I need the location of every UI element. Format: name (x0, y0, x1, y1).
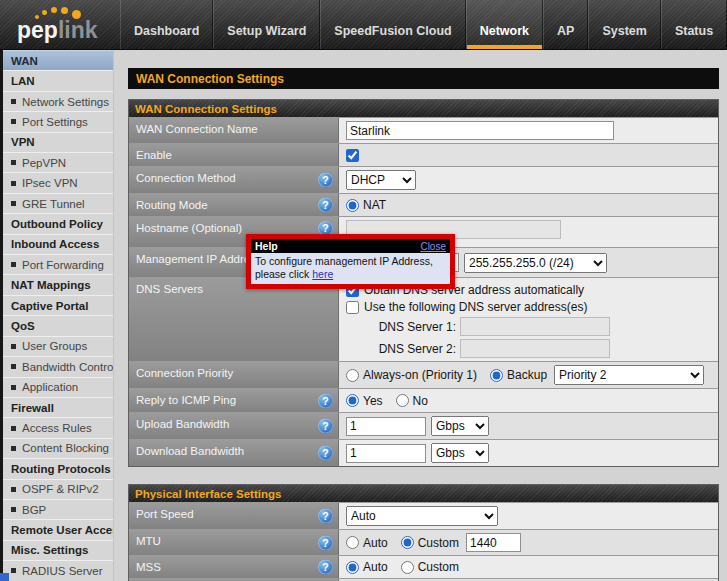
bullet-icon (11, 568, 16, 573)
sidebar-item-user-groups[interactable]: User Groups (3, 336, 113, 356)
priority-select[interactable]: Priority 2 (554, 365, 704, 385)
help-popup-text-line1: To configure management IP Address, (255, 255, 433, 267)
sidebar-item-label: Application (22, 381, 78, 393)
help-icon[interactable]: ? (318, 446, 333, 461)
sidebar-item-label: BGP (22, 504, 46, 516)
sidebar-item-label: PepVPN (22, 157, 66, 169)
subnet-mask-select[interactable]: 255.255.255.0 (/24) (464, 253, 607, 273)
nat-radio-label: NAT (363, 198, 386, 212)
sidebar-item-wan[interactable]: WAN (3, 50, 113, 70)
sidebar-item-port-forwarding[interactable]: Port Forwarding (3, 254, 113, 274)
dns-manual-checkbox[interactable] (346, 301, 359, 314)
sidebar-item-remote-user-access[interactable]: Remote User Access (3, 519, 113, 539)
connection-method-select[interactable]: DHCP (346, 170, 416, 190)
bullet-icon (11, 99, 16, 104)
upload-unit-select[interactable]: Gbps (431, 416, 489, 436)
help-icon[interactable]: ? (318, 535, 333, 550)
sidebar-item-vpn[interactable]: VPN (3, 132, 113, 152)
enable-checkbox[interactable] (346, 149, 359, 162)
sidebar-item-application[interactable]: Application (3, 377, 113, 397)
sidebar-item-qos[interactable]: QoS (3, 315, 113, 335)
enable-label: Enable (129, 144, 339, 166)
sidebar-item-content-blocking[interactable]: Content Blocking (3, 438, 113, 458)
help-icon[interactable]: ? (318, 393, 333, 408)
port-speed-select[interactable]: Auto (346, 506, 498, 526)
sidebar-item-nat-mappings[interactable]: NAT Mappings (3, 274, 113, 294)
label-text: Routing Mode (136, 199, 208, 211)
sidebar-item-lan[interactable]: LAN (3, 70, 113, 90)
download-unit-select[interactable]: Gbps (431, 443, 489, 463)
tab-setup-wizard[interactable]: Setup Wizard (213, 0, 320, 49)
sidebar-item-gre-tunnel[interactable]: GRE Tunnel (3, 193, 113, 213)
sidebar-item-ospf-ripv2[interactable]: OSPF & RIPv2 (3, 479, 113, 499)
nat-radio[interactable] (346, 199, 359, 212)
help-icon[interactable]: ? (318, 419, 333, 434)
backup-radio[interactable] (490, 369, 503, 382)
label-text: DNS Servers (136, 283, 203, 295)
dns-server-2-input[interactable] (460, 339, 610, 358)
sidebar-item-misc-settings[interactable]: Misc. Settings (3, 540, 113, 560)
connection-priority-label: Connection Priority (129, 362, 339, 388)
sidebar-item-firewall[interactable]: Firewall (3, 397, 113, 417)
tab-system[interactable]: System (588, 0, 660, 49)
row-icmp-ping: Reply to ICMP Ping? Yes No (129, 388, 718, 412)
physical-interface-settings-table: Physical Interface Settings Port Speed? … (128, 484, 719, 581)
sidebar-item-access-rules[interactable]: Access Rules (3, 417, 113, 437)
mss-custom-radio[interactable] (401, 561, 414, 574)
bullet-icon (11, 262, 16, 267)
sidebar-item-pepvpn[interactable]: PepVPN (3, 152, 113, 172)
help-icon[interactable]: ? (318, 560, 333, 575)
connection-method-label: Connection Method? (129, 167, 339, 193)
bullet-icon (11, 385, 16, 390)
help-popup-close-link[interactable]: Close (420, 241, 446, 252)
label-text: Management IP Address (136, 253, 262, 265)
icmp-ping-label: Reply to ICMP Ping? (129, 389, 339, 412)
sidebar-item-routing-protocols[interactable]: Routing Protocols (3, 458, 113, 478)
sidebar-item-bgp[interactable]: BGP (3, 499, 113, 519)
sidebar-item-label: GRE Tunnel (22, 198, 85, 210)
mss-auto-radio[interactable] (346, 561, 359, 574)
help-icon[interactable]: ? (318, 173, 333, 188)
icmp-yes-radio[interactable] (346, 394, 359, 407)
row-routing-mode: Routing Mode? NAT (129, 193, 718, 216)
help-popup-here-link[interactable]: here (312, 268, 333, 280)
bullet-icon (11, 119, 16, 124)
always-on-radio[interactable] (346, 369, 359, 382)
help-popup-body: To configure management IP Address, plea… (251, 253, 450, 284)
tab-ap[interactable]: AP (543, 0, 588, 49)
tab-dashboard[interactable]: Dashboard (120, 0, 213, 49)
sidebar-item-port-settings[interactable]: Port Settings (3, 111, 113, 131)
download-bandwidth-input[interactable] (346, 444, 426, 463)
wan-name-input[interactable] (346, 121, 614, 140)
sidebar-item-radius-server[interactable]: RADIUS Server (3, 560, 113, 580)
icmp-no-radio[interactable] (396, 394, 409, 407)
sidebar-item-network-settings[interactable]: Network Settings (3, 91, 113, 111)
sidebar-item-outbound-policy[interactable]: Outbound Policy (3, 213, 113, 233)
help-icon[interactable]: ? (318, 198, 333, 213)
tab-network[interactable]: Network (466, 0, 543, 49)
sidebar-item-label: Access Rules (22, 422, 92, 434)
sidebar-item-label: Port Settings (22, 116, 88, 128)
mss-auto-label: Auto (363, 560, 388, 574)
sidebar-item-bandwidth-control[interactable]: Bandwidth Control (3, 356, 113, 376)
mtu-custom-radio[interactable] (401, 536, 414, 549)
row-upload-bandwidth: Upload Bandwidth? Gbps (129, 412, 718, 439)
always-on-label: Always-on (Priority 1) (363, 368, 477, 382)
mtu-input[interactable] (466, 533, 521, 552)
dns-server-1-input[interactable] (460, 317, 610, 336)
sidebar: WAN LAN Network Settings Port Settings V… (0, 50, 114, 581)
tab-status[interactable]: Status (661, 0, 727, 49)
row-mss: MSS? Auto Custom (129, 555, 718, 578)
sidebar-item-inbound-access[interactable]: Inbound Access (3, 234, 113, 254)
main-content: WAN Connection Settings WAN Connection S… (114, 50, 727, 581)
dns-server-2-row: DNS Server 2: (376, 339, 610, 358)
sidebar-item-ipsec-vpn[interactable]: IPsec VPN (3, 172, 113, 192)
label-text: WAN Connection Name (136, 123, 258, 135)
logo-dot-icon (42, 10, 47, 15)
tab-speedfusion-cloud[interactable]: SpeedFusion Cloud (320, 0, 465, 49)
label-text: Connection Method (136, 172, 236, 184)
help-icon[interactable]: ? (318, 509, 333, 524)
sidebar-item-captive-portal[interactable]: Captive Portal (3, 295, 113, 315)
mtu-auto-radio[interactable] (346, 536, 359, 549)
upload-bandwidth-input[interactable] (346, 417, 426, 436)
